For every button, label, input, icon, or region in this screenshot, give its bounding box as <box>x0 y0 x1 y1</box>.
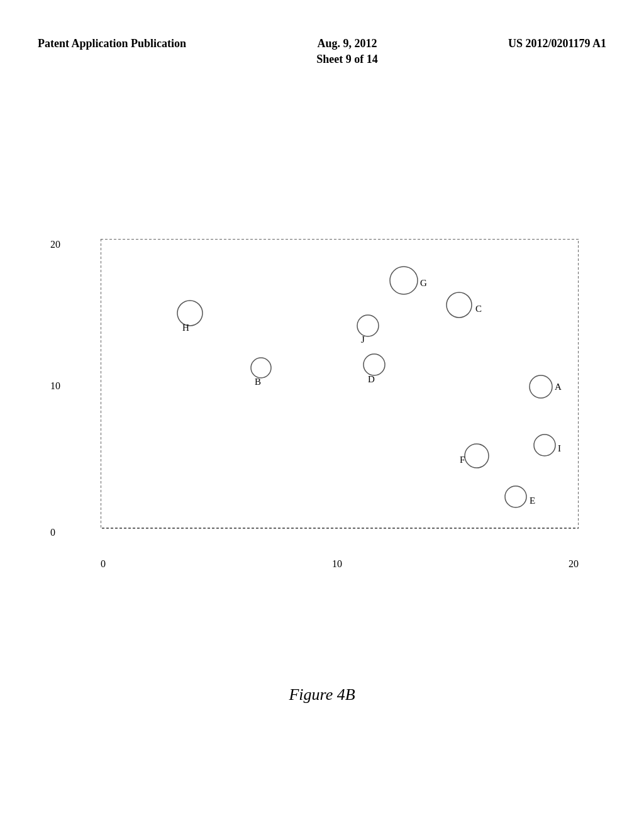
patent-number: US 2012/0201179 A1 <box>508 37 606 50</box>
label-E: E <box>530 495 535 506</box>
header-center: Aug. 9, 2012 Sheet 9 of 14 <box>316 36 378 67</box>
x-axis: 0 10 20 <box>101 558 579 570</box>
publication-title: Patent Application Publication <box>38 37 186 50</box>
label-D: D <box>368 374 375 384</box>
label-B: B <box>255 377 261 387</box>
page: Patent Application Publication Aug. 9, 2… <box>0 0 644 830</box>
y-axis-mid-label: 10 <box>50 380 60 392</box>
y-axis: 20 10 0 <box>50 239 75 553</box>
label-H: H <box>182 323 189 333</box>
label-C: C <box>475 304 482 314</box>
label-F: F <box>460 455 465 465</box>
chart-border <box>101 239 579 528</box>
figure-caption: Figure 4B <box>0 685 644 704</box>
header-left: Patent Application Publication <box>38 36 186 52</box>
chart-svg-area: A B C D E F <box>101 239 579 570</box>
x-axis-right-label: 20 <box>569 558 579 570</box>
y-axis-bottom-label: 0 <box>50 527 55 538</box>
sheet-info: Sheet 9 of 14 <box>316 53 378 65</box>
x-axis-left-label: 0 <box>101 558 106 570</box>
scatter-plot: A B C D E F <box>101 239 579 553</box>
header: Patent Application Publication Aug. 9, 2… <box>0 36 644 67</box>
label-I: I <box>558 443 561 453</box>
label-G: G <box>420 278 427 288</box>
y-axis-top-label: 20 <box>50 239 60 250</box>
chart-container: 20 10 0 A B C <box>50 239 594 570</box>
chart-wrapper: 20 10 0 A B C <box>50 239 594 570</box>
x-axis-mid-label: 10 <box>332 558 342 570</box>
figure-caption-text: Figure 4B <box>289 685 355 704</box>
header-right: US 2012/0201179 A1 <box>508 36 606 52</box>
label-J: J <box>361 335 365 345</box>
label-A: A <box>555 382 562 392</box>
publication-date: Aug. 9, 2012 <box>317 37 377 50</box>
